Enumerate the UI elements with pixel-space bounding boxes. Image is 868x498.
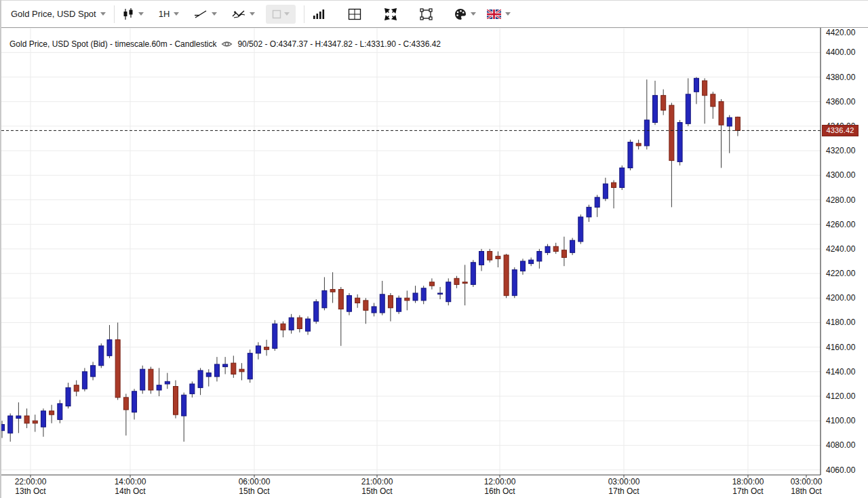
legend-series-label: Gold Price, USD Spot (Bid) - timescale.6… (9, 39, 216, 49)
toolbar: Gold Price, USD Spot 1H (0, 0, 868, 28)
time-axis-label-date: 18th Oct (791, 486, 822, 496)
toolbar-divider (304, 5, 304, 23)
volume-histogram-button[interactable] (313, 9, 325, 20)
price-axis-label: 4420.00 (826, 28, 856, 37)
time-axis-label-date: 13th Oct (15, 486, 46, 496)
time-axis-label-date: 17th Oct (608, 486, 639, 496)
time-axis-label-date: 15th Oct (361, 486, 393, 496)
price-axis-label: 4080.00 (826, 440, 856, 450)
chevron-down-icon (471, 12, 476, 16)
trendline-icon (194, 9, 208, 20)
indicator-wave-icon (232, 9, 245, 20)
candlestick-chart[interactable]: 4420.004400.004380.004360.004340.004320.… (0, 0, 868, 498)
indicators-button[interactable] (232, 9, 255, 20)
toolbar-divider (114, 5, 115, 23)
price-axis-label: 4400.00 (826, 47, 856, 57)
price-axis-label: 4200.00 (826, 293, 856, 303)
price-axis-label: 4120.00 (826, 391, 856, 401)
compare-box-icon (272, 9, 281, 19)
theme-palette-button[interactable] (454, 8, 476, 20)
layout-grid-icon (348, 8, 361, 20)
time-axis-label-time: 22:00:00 (15, 477, 47, 486)
price-axis-label: 4160.00 (826, 343, 856, 352)
window-border (0, 0, 1, 498)
price-axis-label: 4240.00 (826, 244, 856, 254)
chevron-down-icon (100, 12, 106, 16)
time-axis-label-time: 03:00:00 (791, 477, 823, 486)
symbol-selector[interactable]: Gold Price, USD Spot (11, 9, 106, 19)
timeframe-button[interactable]: 1H (159, 9, 180, 19)
price-axis-label: 4360.00 (826, 97, 856, 107)
time-axis-label-date: 17th Oct (732, 486, 764, 496)
price-axis-label: 4140.00 (826, 367, 856, 377)
price-axis-label: 4300.00 (826, 170, 856, 180)
chevron-down-icon (138, 12, 144, 16)
palette-icon (454, 8, 467, 20)
screenshot-frame-icon (420, 8, 433, 20)
price-axis-label: 4180.00 (826, 318, 856, 327)
chevron-down-icon (212, 12, 217, 16)
price-axis-label: 4100.00 (826, 416, 856, 425)
time-axis-label-time: 18:00:00 (732, 477, 764, 486)
compare-disabled-button (266, 5, 296, 24)
time-axis-label-time: 12:00:00 (484, 477, 516, 486)
visibility-eye-icon[interactable] (221, 39, 233, 49)
candlestick-icon (123, 8, 134, 20)
chevron-down-icon (505, 12, 511, 16)
current-price-label: 4336.42 (822, 125, 859, 136)
fullscreen-button[interactable] (384, 8, 397, 20)
chart-legend: Gold Price, USD Spot (Bid) - timescale.6… (9, 39, 441, 49)
time-axis-label-date: 15th Oct (239, 486, 270, 496)
uk-flag-icon (487, 9, 501, 19)
price-axis-label: 4260.00 (826, 220, 856, 229)
legend-ohlc-stats: 90/502 - O:4347.37 - H:4347.82 - L:4331.… (237, 39, 441, 49)
price-axis-label: 4280.00 (826, 195, 856, 205)
time-axis-label-time: 14:00:00 (115, 477, 146, 486)
fullscreen-arrows-icon (384, 8, 397, 20)
chevron-down-icon (174, 12, 179, 16)
time-axis-label-time: 21:00:00 (361, 477, 393, 486)
chevron-down-icon (284, 12, 290, 16)
layout-grid-button[interactable] (348, 8, 361, 20)
trendline-draw-button[interactable] (194, 9, 217, 20)
chevron-down-icon (250, 12, 255, 16)
price-axis-label: 4320.00 (826, 146, 856, 155)
timeframe-label: 1H (159, 9, 170, 19)
price-axis-label: 4060.00 (826, 465, 856, 475)
time-axis-label-date: 16th Oct (484, 486, 515, 496)
language-button[interactable] (487, 9, 511, 19)
time-axis-label-time: 03:00:00 (608, 477, 640, 486)
price-axis-label: 4220.00 (826, 269, 856, 278)
symbol-label: Gold Price, USD Spot (11, 9, 96, 19)
time-axis-label-date: 14th Oct (115, 486, 146, 496)
price-axis-label: 4380.00 (826, 73, 856, 82)
histogram-icon (313, 9, 325, 20)
time-axis-label-time: 06:00:00 (239, 477, 271, 486)
screenshot-button[interactable] (420, 8, 433, 20)
chart-type-button[interactable] (123, 8, 144, 20)
